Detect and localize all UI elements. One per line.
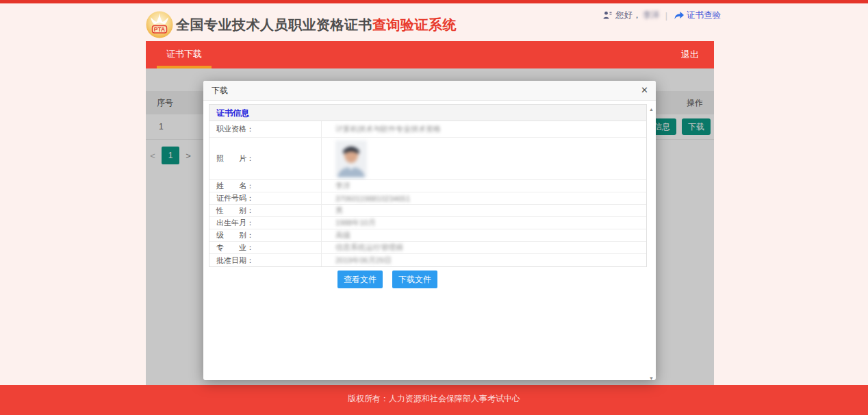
field-row-birth: 出生年月： 1988年10月 [209,217,646,229]
scroll-up-icon[interactable]: ▲ [649,107,654,112]
user-icon [603,11,612,20]
logout-button[interactable]: 退出 [681,41,714,68]
field-value: 高级 [322,229,350,241]
download-file-button[interactable]: 下载文件 [392,271,437,288]
share-arrow-icon [674,12,684,20]
logo-text: PTA [154,26,165,33]
username: 李洋 [643,10,660,21]
field-value: 信息系统运行管理师 [322,242,403,253]
field-label: 级 别： [209,229,322,241]
page-footer: 版权所有：人力资源和社会保障部人事考试中心 [0,385,868,415]
cert-info-table: 证书信息 职业资格： 计算机技术与软件专业技术资格 照 片： [209,104,647,267]
modal-titlebar: 下载 ✕ [203,81,656,101]
cert-verify-link[interactable]: 证书查验 [687,10,721,21]
download-modal: 下载 ✕ 证书信息 职业资格： 计算机技术与软件专业技术资格 照 片： [203,81,656,380]
modal-actions: 查看文件 下载文件 [337,271,656,288]
field-label: 性 别： [209,205,322,216]
certificate-photo [335,140,367,177]
field-label: 职业资格： [209,121,322,137]
title-main: 全国专业技术人员职业资格证书 [176,17,372,32]
pta-logo-icon: PTA [146,11,173,38]
copyright-text: 版权所有：人力资源和社会保障部人事考试中心 [0,385,868,405]
close-icon[interactable]: ✕ [641,81,648,100]
modal-body: 证书信息 职业资格： 计算机技术与软件专业技术资格 照 片： [203,104,656,383]
top-accent-strip [0,0,868,3]
field-row-level: 级 别： 高级 [209,229,646,242]
modal-title: 下载 [212,86,228,95]
field-value: 2019年06月29日 [322,254,392,266]
field-row-major: 专 业： 信息系统运行管理师 [209,242,646,254]
field-value [322,138,367,179]
field-value: 1988年10月 [322,217,376,229]
field-row-approval-date: 批准日期： 2019年06月29日 [209,254,646,266]
field-label: 姓 名： [209,180,322,192]
field-row-photo: 照 片： [209,138,646,180]
page-header: PTA 全国专业技术人员职业资格证书查询验证系统 您好， 李洋 | 证书查验 [146,8,714,41]
field-value: 370601198810234651 [322,192,410,204]
field-value: 李洋 [322,180,350,192]
view-file-button[interactable]: 查看文件 [337,271,383,288]
field-label: 出生年月： [209,217,322,229]
user-area: 您好， 李洋 | 证书查验 [603,10,721,21]
field-row-name: 姓 名： 李洋 [209,180,646,192]
field-label: 照 片： [209,138,322,179]
title-accent: 查询验证系统 [372,17,457,32]
field-row-id-number: 证件号码： 370601198810234651 [209,192,646,205]
field-value: 男 [322,205,343,216]
tab-cert-download[interactable]: 证书下载 [157,41,212,68]
page-title: 全国专业技术人员职业资格证书查询验证系统 [176,16,457,34]
separator: | [665,11,667,21]
field-label: 专 业： [209,242,322,253]
greeting-text: 您好， [615,10,641,21]
field-row-qualification: 职业资格： 计算机技术与软件专业技术资格 [209,121,646,138]
field-row-gender: 性 别： 男 [209,205,646,217]
scroll-down-icon[interactable]: ▼ [649,376,654,381]
field-value: 计算机技术与软件专业技术资格 [322,121,441,137]
field-label: 证件号码： [209,192,322,204]
cert-section-title: 证书信息 [209,105,646,121]
main-nav: 证书下载 退出 [146,41,714,68]
field-label: 批准日期： [209,254,322,266]
